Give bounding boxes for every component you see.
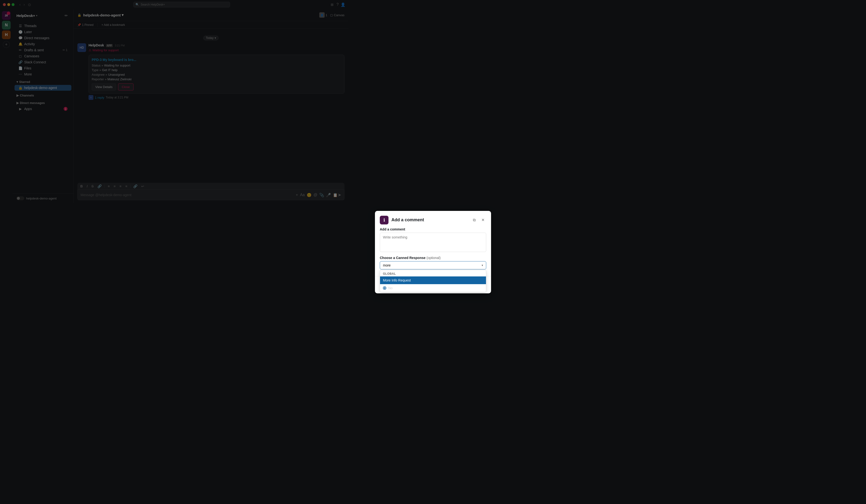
modal-overlay[interactable]: ℹ Add a comment ⧉ ✕ Add a comment Choose…: [0, 0, 348, 203]
